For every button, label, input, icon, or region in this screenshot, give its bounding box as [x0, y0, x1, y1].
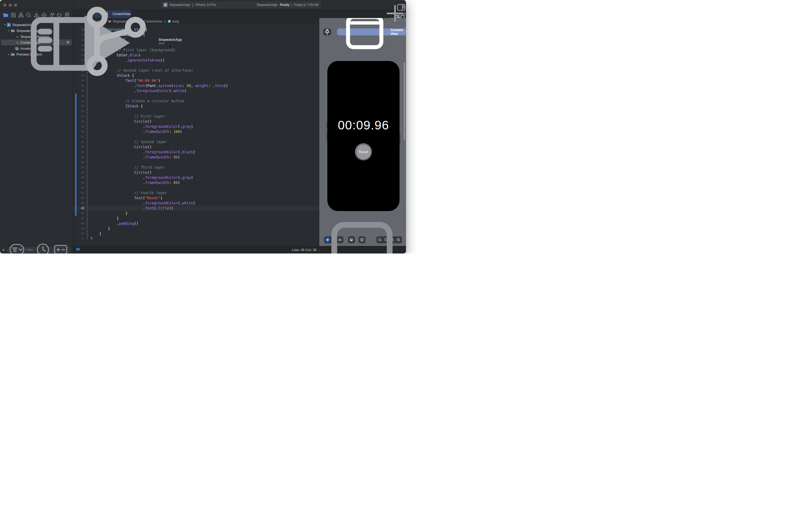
code-line[interactable]: 42 // Fourth layer	[73, 190, 319, 195]
code-line[interactable]: 32 // Second layer	[73, 139, 319, 145]
code-line[interactable]: 24 // Create a circular button	[73, 99, 319, 104]
code-line[interactable]: 26	[73, 109, 319, 114]
line-number[interactable]: 44	[73, 201, 85, 206]
toolbar: StopwatchApp main StopwatchApp ❯ iPhone …	[0, 0, 406, 10]
editor-layout-icon[interactable]	[322, 210, 402, 253]
code-line[interactable]: 21 .font(Font.system(size: 90, weight: .…	[73, 83, 319, 88]
line-number[interactable]: 22	[73, 88, 85, 94]
line-number[interactable]: 48	[73, 221, 85, 226]
code-line[interactable]: 28 Circle()	[73, 119, 319, 124]
plusminus-icon[interactable]	[53, 242, 69, 253]
line-number[interactable]: 32	[73, 139, 85, 145]
code-text: // First layer	[89, 114, 165, 119]
line-number[interactable]: 51	[73, 236, 85, 239]
run-destination[interactable]: iPhone 14 Pro	[196, 3, 216, 7]
code-line[interactable]: 39 .foregroundColor(.gray)	[73, 175, 319, 180]
line-number[interactable]: 38	[73, 170, 85, 175]
code-line[interactable]: 51}	[73, 236, 319, 239]
chevron-down-icon[interactable]: ▾	[7, 29, 10, 32]
iphone-preview[interactable]: 00:09.96 Reset	[327, 61, 400, 211]
code-line[interactable]: 22 .foregroundColor(.white)	[73, 88, 319, 94]
add-file-button[interactable]: +	[2, 247, 5, 252]
chevron-down-icon[interactable]: ▾	[3, 23, 6, 26]
line-number[interactable]: 50	[73, 231, 85, 236]
line-number[interactable]: 40	[73, 180, 85, 185]
clock-icon[interactable]	[35, 242, 51, 253]
line-number[interactable]: 49	[73, 226, 85, 231]
line-number[interactable]: 45	[73, 206, 85, 211]
content-view-preview-button[interactable]: Content View	[337, 29, 406, 36]
code-line[interactable]: 35 .frame(width: 93)	[73, 155, 319, 160]
filter-field[interactable]: Filter	[7, 247, 71, 252]
code-line[interactable]: 33 Circle()	[73, 145, 319, 150]
line-number[interactable]: 33	[73, 145, 85, 150]
symbol-navigator-icon[interactable]	[18, 12, 24, 18]
minimize-window-button[interactable]	[9, 3, 12, 7]
line-number[interactable]: 26	[73, 109, 85, 114]
code-line[interactable]: 31	[73, 134, 319, 139]
line-number[interactable]: 25	[73, 104, 85, 109]
line-number[interactable]: 41	[73, 185, 85, 190]
code-line[interactable]: 49 }	[73, 226, 319, 231]
folder-icon	[10, 29, 15, 33]
zoom-window-button[interactable]	[14, 3, 17, 7]
line-number[interactable]: 31	[73, 134, 85, 139]
code-text: .frame(width: 93)	[89, 155, 180, 160]
reset-button[interactable]: Reset	[355, 144, 372, 160]
line-number[interactable]: 27	[73, 114, 85, 119]
line-number[interactable]: 35	[73, 155, 85, 160]
project-navigator-icon[interactable]	[3, 12, 9, 18]
code-text: Circle()	[89, 170, 152, 175]
device-icon	[169, 44, 172, 48]
code-text	[89, 185, 91, 190]
scheme-name[interactable]: StopwatchApp	[169, 3, 190, 7]
code-line[interactable]: 47 }	[73, 216, 319, 221]
code-line[interactable]: 38 Circle()	[73, 170, 319, 175]
chevron-right-icon[interactable]: ▸	[7, 53, 10, 56]
line-number[interactable]: 43	[73, 195, 85, 201]
code-line[interactable]: 48 .padding()	[73, 221, 319, 226]
code-line[interactable]: 27 // First layer	[73, 114, 319, 119]
navigator-filter-bar: + Filter	[0, 246, 73, 253]
scheme-selector[interactable]: StopwatchApp ❯ iPhone 14 Pro	[163, 3, 216, 7]
code-line[interactable]: 37 // Third layer	[73, 165, 319, 170]
line-number[interactable]: 30	[73, 129, 85, 134]
filter-pill-icon[interactable]	[9, 242, 25, 253]
line-number[interactable]: 28	[73, 119, 85, 124]
line-number[interactable]: 29	[73, 124, 85, 129]
code-line[interactable]: 43 Text("Reset")	[73, 195, 319, 201]
line-number[interactable]: 37	[73, 165, 85, 170]
line-number[interactable]: 46	[73, 211, 85, 216]
change-marker-flag	[76, 248, 80, 250]
code-line[interactable]: 50 }	[73, 231, 319, 236]
source-control-navigator-icon[interactable]	[10, 12, 16, 18]
code-line[interactable]: 41	[73, 185, 319, 190]
code-line[interactable]: 36	[73, 160, 319, 165]
line-number[interactable]: 42	[73, 190, 85, 195]
line-number[interactable]: 39	[73, 175, 85, 180]
code-line[interactable]: 46 }	[73, 211, 319, 216]
code-text	[89, 94, 91, 99]
code-line[interactable]: 45 .font(.title2)	[73, 206, 319, 211]
line-number[interactable]: 23	[73, 94, 85, 99]
code-line[interactable]: 23	[73, 94, 319, 99]
code-text: // Third layer	[89, 165, 165, 170]
code-line[interactable]: 34 .foregroundColor(.black)	[73, 150, 319, 155]
line-number[interactable]: 21	[73, 83, 85, 88]
canvas-scrollbar[interactable]	[404, 62, 405, 139]
code-line[interactable]: 44 .foregroundColor(.white)	[73, 201, 319, 206]
close-window-button[interactable]	[3, 3, 6, 7]
code-text: Text("Reset")	[89, 195, 163, 201]
inspector-toggle-icon[interactable]	[396, 2, 406, 12]
line-number[interactable]: 36	[73, 160, 85, 165]
line-number[interactable]: 34	[73, 150, 85, 155]
code-line[interactable]: 30 .frame(width: 100)	[73, 129, 319, 134]
line-number[interactable]: 24	[73, 99, 85, 104]
pin-preview-button[interactable]	[323, 29, 331, 36]
line-number[interactable]: 47	[73, 216, 85, 221]
code-line[interactable]: 25 ZStack {	[73, 104, 319, 109]
code-line[interactable]: 29 .foregroundColor(.gray)	[73, 124, 319, 129]
code-text: // Fourth layer	[89, 190, 167, 195]
code-line[interactable]: 40 .frame(width: 89)	[73, 180, 319, 185]
activity-view[interactable]: StopwatchApp ❯ iPhone 14 Pro StopwatchAp…	[161, 1, 321, 8]
